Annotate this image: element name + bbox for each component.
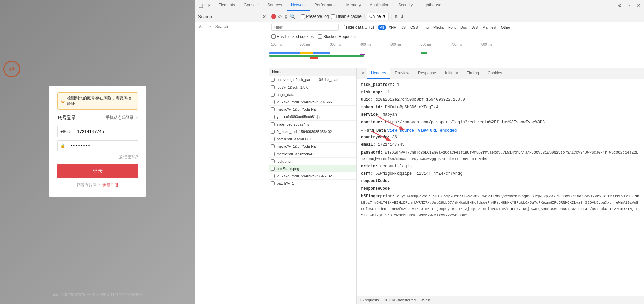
inspect-icon[interactable]: ⬚ [197, 1, 205, 9]
upload-icon[interactable]: ⬆ [394, 14, 398, 19]
close-devtools-icon[interactable]: ✕ [635, 1, 643, 9]
record-button[interactable] [271, 14, 276, 19]
preserve-log-label[interactable]: Preserve log [301, 14, 329, 19]
aa-case-btn[interactable]: Aa [197, 24, 205, 30]
tab-network[interactable]: Network [287, 0, 310, 11]
request-item[interactable]: slider.59cf2c8a24.js [269, 121, 356, 128]
chevron-down-icon: ▼ [382, 14, 386, 19]
forgot-password-link[interactable]: 忘记密码? [57, 154, 138, 160]
request-item-highlighted[interactable]: boxStatic.png [269, 165, 356, 172]
type-font[interactable]: Font [446, 25, 458, 30]
tab-memory[interactable]: Memory [342, 0, 365, 11]
type-all[interactable]: All [378, 25, 386, 30]
request-item[interactable]: ?_lxskd_rnd=1594093935456402 [269, 128, 356, 135]
request-checkbox[interactable] [271, 107, 275, 111]
request-item[interactable]: ?_lxskd_rnd=1594093935846132 [269, 172, 356, 180]
request-item[interactable]: metric?v=1&p=Yoda-FE [269, 150, 356, 158]
request-item[interactable]: log?v=1&sdk=1.8.0 [269, 83, 356, 91]
request-checkbox[interactable] [271, 181, 275, 185]
blocked-requests-checkbox[interactable] [318, 34, 322, 39]
request-checkbox[interactable] [271, 100, 275, 104]
account-login-tab[interactable]: 账号登录 [57, 115, 76, 121]
request-name: unitivelogin?risk_partner=0&risk_platf..… [277, 78, 355, 82]
request-item[interactable]: page_data [269, 91, 356, 98]
tab-sources[interactable]: Sources [263, 0, 286, 11]
request-checkbox[interactable] [271, 78, 275, 82]
request-checkbox[interactable] [271, 93, 275, 97]
throttle-select[interactable]: Online ▼ [367, 13, 389, 20]
type-manifest[interactable]: Manifest [480, 25, 498, 30]
settings-icon[interactable]: ⚙ [616, 1, 624, 9]
form-data-section-header[interactable]: ▼ Form Data view source view URL encoded [361, 128, 640, 133]
request-checkbox[interactable] [271, 152, 275, 156]
type-img[interactable]: Img [421, 25, 431, 30]
view-source-link[interactable]: view source [387, 128, 414, 133]
login-button[interactable]: 登录 [57, 164, 138, 178]
tab-timing[interactable]: Timing [463, 68, 483, 79]
request-item[interactable]: batch?v=1&sdk=1.8.0 [269, 135, 356, 143]
request-checkbox[interactable] [271, 137, 275, 141]
country-code[interactable]: +86 > [58, 126, 74, 137]
request-item[interactable]: ?_lxskd_rnd=1594093935297565 [269, 98, 356, 106]
type-media[interactable]: Media [431, 25, 446, 30]
request-checkbox[interactable] [271, 174, 275, 178]
request-checkbox[interactable] [271, 130, 275, 134]
blocked-requests-label[interactable]: Blocked Requests [318, 34, 356, 39]
type-ws[interactable]: WS [470, 25, 480, 30]
request-item[interactable]: yoda.cfaf693ae95ccb81.js [269, 113, 356, 121]
request-name: boxStatic.png [277, 167, 355, 171]
tab-performance[interactable]: Performance [310, 0, 342, 11]
device-icon[interactable]: ⊡ [205, 1, 214, 9]
regex-btn[interactable]: .* [206, 24, 212, 30]
phone-input[interactable] [74, 126, 138, 137]
view-url-encoded-link[interactable]: view URL encoded [418, 128, 457, 133]
search-input[interactable] [214, 24, 267, 29]
tab-headers[interactable]: Headers [367, 68, 390, 79]
type-js[interactable]: JS [399, 25, 408, 30]
hide-data-urls-label[interactable]: Hide data URLs [341, 25, 375, 30]
tick-200ms: 200 ms [300, 43, 311, 46]
request-item[interactable]: unitivelogin?risk_partner=0&risk_platf..… [269, 76, 356, 83]
password-input[interactable] [68, 141, 138, 151]
tab-elements[interactable]: Elements [214, 0, 239, 11]
tab-initiator[interactable]: Initiator [441, 68, 462, 79]
tab-preview[interactable]: Preview [391, 68, 413, 79]
tab-console[interactable]: Console [240, 0, 263, 11]
details-close-icon[interactable]: ✕ [359, 71, 366, 76]
disable-cache-checkbox[interactable] [331, 14, 335, 19]
download-icon[interactable]: ⬇ [400, 14, 404, 19]
tab-lighthouse[interactable]: Lighthouse [417, 0, 445, 11]
request-checkbox[interactable] [271, 122, 275, 126]
devtools-panel: ⬚ ⊡ Elements Console Sources Network Per… [195, 0, 644, 304]
search-close-icon[interactable]: ✕ [262, 13, 266, 20]
request-item[interactable]: lock.png [269, 158, 356, 165]
request-item[interactable]: metric?v=1&p=Yoda-FE [269, 143, 356, 150]
type-other[interactable]: Other [499, 25, 513, 30]
type-xhr[interactable]: XHR [387, 25, 399, 30]
search-network-icon[interactable]: 🔍 [290, 14, 295, 19]
request-checkbox[interactable] [271, 115, 275, 119]
filter-icon[interactable]: ⧖ [284, 14, 288, 20]
sms-login-tab[interactable]: 手机动态码登录 ≡ [106, 115, 138, 121]
request-item[interactable]: batch?v=1 [269, 180, 356, 187]
request-checkbox[interactable] [271, 85, 275, 89]
has-blocked-cookies-checkbox[interactable] [271, 34, 276, 39]
hide-data-urls-checkbox[interactable] [341, 25, 345, 29]
request-checkbox[interactable] [271, 144, 275, 148]
request-checkbox[interactable] [271, 167, 275, 171]
disable-cache-label[interactable]: Disable cache [331, 14, 362, 19]
request-checkbox[interactable] [271, 159, 275, 163]
type-css[interactable]: CSS [408, 25, 420, 30]
more-icon[interactable]: ⋮ [625, 1, 633, 9]
has-blocked-cookies-label[interactable]: Has blocked cookies [271, 34, 314, 39]
tab-response[interactable]: Response [414, 68, 440, 79]
clear-button[interactable]: ⊘ [278, 14, 282, 19]
tab-security[interactable]: Security [394, 0, 417, 11]
filter-input[interactable] [271, 24, 339, 31]
tab-cookies[interactable]: Cookies [484, 68, 506, 79]
request-item[interactable]: metric?v=1&p=Yoda-FE [269, 106, 356, 113]
register-link[interactable]: 免费注册 [102, 183, 118, 188]
preserve-log-checkbox[interactable] [301, 14, 305, 19]
tab-application[interactable]: Application [366, 0, 393, 11]
type-doc[interactable]: Doc [458, 25, 469, 30]
